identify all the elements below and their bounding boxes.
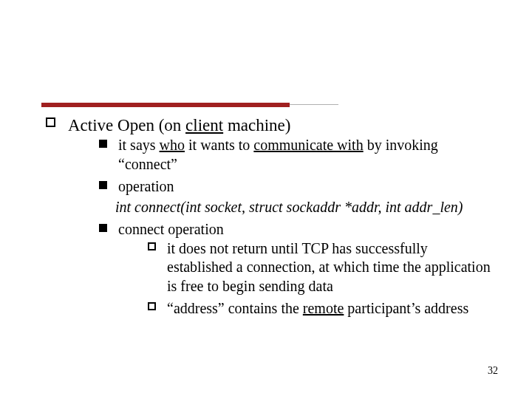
sub-sub-block: it does not return until TCP has success…	[118, 239, 491, 318]
bullet-text: Active Open (on client machine)	[68, 116, 290, 134]
filled-square-icon	[99, 181, 107, 189]
bullet-active-open: Active Open (on client machine) it says …	[41, 115, 491, 318]
title-rule	[41, 103, 290, 107]
page-number: 32	[488, 365, 498, 377]
text: “address” contains the	[167, 300, 303, 316]
bullet-text: it says who it wants to communicate with…	[118, 137, 438, 172]
filled-square-icon	[99, 140, 107, 148]
hollow-square-icon	[46, 117, 55, 127]
sub-block: it says who it wants to communicate with…	[68, 135, 491, 318]
text: it wants to	[185, 137, 253, 153]
bullet-it-says-who: it says who it wants to communicate with…	[92, 135, 491, 174]
text: participant’s address	[344, 300, 468, 316]
slide-body: Active Open (on client machine) it says …	[41, 115, 491, 322]
filled-square-icon	[99, 224, 107, 232]
text-underline: who	[160, 137, 185, 153]
bullet-text: it does not return until TCP has success…	[167, 240, 491, 295]
bullet-text: “address” contains the remote participan…	[167, 300, 468, 316]
hollow-square-icon	[148, 302, 156, 310]
text-underline: client	[185, 116, 223, 134]
bullet-text: operation	[118, 178, 174, 194]
bullet-text: connect operation	[118, 221, 224, 237]
bullet-address-remote: “address” contains the remote participan…	[142, 299, 491, 318]
code-connect: int connect(int socket, struct sockaddr …	[92, 199, 491, 216]
title-rule-thin	[290, 104, 338, 105]
bullet-connect-operation: connect operation it does not return unt…	[92, 219, 491, 318]
bullet-no-return: it does not return until TCP has success…	[142, 239, 491, 296]
text: machine)	[223, 116, 290, 134]
bullet-operation: operation	[92, 177, 491, 196]
text: it says	[118, 137, 160, 153]
text-underline: remote	[303, 300, 344, 316]
hollow-square-icon	[148, 242, 156, 250]
slide: Active Open (on client machine) it says …	[0, 0, 532, 399]
text: Active Open (on	[68, 116, 185, 134]
text-underline: communicate with	[253, 137, 363, 153]
